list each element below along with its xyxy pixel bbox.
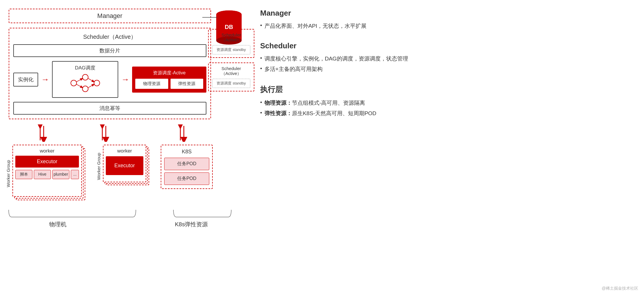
resource-active-title: 资源调度-Active xyxy=(135,70,203,76)
svg-line-10 xyxy=(76,78,83,82)
worker-group-2-vert-label: Worker Group xyxy=(96,153,101,180)
manager-section: Manager • 产品化界面、对外API，无状态，水平扩展 xyxy=(260,9,632,30)
physical-resource-item: 物理资源 xyxy=(135,78,168,89)
resource-active-box: 资源调度-Active 物理资源 弹性资源 xyxy=(132,67,206,93)
plugin-hive: Hive xyxy=(34,170,51,179)
dag-graph xyxy=(68,73,103,93)
exec-bullet1-rest: 节点组模式-高可用、资源隔离 xyxy=(292,100,365,106)
exec-bullet2-bold: 弹性资源： xyxy=(264,110,292,116)
svg-line-11 xyxy=(76,84,83,88)
executor-label-1: Executor xyxy=(18,159,77,165)
k8s-title: K8S xyxy=(164,149,209,155)
scheduler-section-title: Scheduler xyxy=(260,41,632,50)
executor-box-1: Executor xyxy=(15,156,79,168)
scheduler-section: Scheduler • 调度核心引擎，实例化，DAG的调度，资源调度，状态管理 … xyxy=(260,41,632,73)
worker-group-1-vert-label: Worker Group xyxy=(6,160,11,187)
standby2-inner: 资源调度 standby xyxy=(212,79,250,88)
manager-db-line xyxy=(202,14,220,20)
worker-group-1-wrap: Worker Group worker Executor 脚本 xyxy=(6,145,88,203)
dag-box: DAG调度 xyxy=(52,61,118,98)
brace-phys xyxy=(6,208,139,220)
pod-item-1: 任务POD xyxy=(164,158,209,170)
msg-queue-box: 消息幂等 xyxy=(13,102,206,115)
worker-group-2-outer: worker Executor xyxy=(103,145,146,182)
brace-k8s xyxy=(171,208,234,220)
arrow2: → xyxy=(121,75,129,84)
instantiate-box: 实例化 xyxy=(13,73,38,87)
plugins-row-1: 脚本 Hive plumber ... xyxy=(15,170,79,179)
standby1-inner: 资源调度 standby xyxy=(212,45,250,54)
down-arrow-1 xyxy=(36,124,48,142)
k8s-box: K8S 任务POD 任务POD xyxy=(161,145,213,189)
worker-label-2: worker xyxy=(106,148,143,154)
plugin-script: 脚本 xyxy=(15,170,32,179)
label-phys: 物理机 xyxy=(49,220,66,228)
manager-bullet-1: • 产品化界面、对外API，无状态，水平扩展 xyxy=(260,22,632,30)
manager-section-title: Manager xyxy=(260,9,632,18)
svg-line-12 xyxy=(88,78,94,82)
exec-bullet1-bold: 物理资源： xyxy=(264,100,292,106)
execution-title: 执行层 xyxy=(260,84,632,95)
execution-bullet-1: • 物理资源：节点组模式-高可用、资源隔离 xyxy=(260,99,632,107)
svg-point-9 xyxy=(94,80,100,86)
svg-point-8 xyxy=(82,86,88,92)
right-panel: Manager • 产品化界面、对外API，无状态，水平扩展 Scheduler… xyxy=(249,0,644,294)
worker-label-1: worker xyxy=(15,148,79,154)
svg-point-7 xyxy=(82,74,88,80)
dag-title: DAG调度 xyxy=(57,65,114,71)
scheduler-standby-box-1: Scheduler（Active） 资源调度 standby xyxy=(208,29,254,58)
watermark: @稀土掘金技术社区 xyxy=(602,286,638,291)
scheduler-bullet-2: • 多活+主备的高可用架构 xyxy=(260,65,632,73)
svg-point-6 xyxy=(71,80,77,86)
elastic-resource-item: 弹性资源 xyxy=(170,78,203,89)
bottom-section: Worker Group worker Executor 脚本 xyxy=(6,145,213,203)
arrow1: → xyxy=(41,75,49,84)
scheduler-main-title: Scheduler（Active） xyxy=(13,33,206,41)
pod-item-2: 任务POD xyxy=(164,172,209,185)
plugin-plumber: plumber xyxy=(52,170,69,179)
standby1-title: Scheduler（Active） xyxy=(212,32,250,43)
exec-bullet2-rest: 原生K8S-天然高可用、短周期POD xyxy=(292,110,376,116)
standby2-title: Scheduler（Active） xyxy=(212,66,250,76)
svg-line-13 xyxy=(88,84,94,88)
svg-point-3 xyxy=(216,10,242,19)
scheduler-main-box: Scheduler（Active） 数据分片 实例化 → DAG调度 xyxy=(9,28,211,119)
data-shard-box: 数据分片 xyxy=(13,44,206,57)
manager-box: Manager xyxy=(9,9,211,23)
worker-group-2-wrap: Worker Group worker Executor xyxy=(96,145,152,188)
execution-section: 执行层 • 物理资源：节点组模式-高可用、资源隔离 • 弹性资源：原生K8S-天… xyxy=(260,84,632,117)
scheduler-bullet-1: • 调度核心引擎，实例化，DAG的调度，资源调度，状态管理 xyxy=(260,55,632,63)
executor-box-2: Executor xyxy=(106,156,143,175)
execution-bullet-2: • 弹性资源：原生K8S-天然高可用、短周期POD xyxy=(260,110,632,117)
scheduler-standby-col: Scheduler（Active） 资源调度 standby Scheduler… xyxy=(208,29,254,91)
down-arrow-2 xyxy=(98,124,110,142)
manager-label: Manager xyxy=(97,12,123,19)
label-k8s: K8s弹性资源 xyxy=(175,220,208,228)
down-arrow-3 xyxy=(176,124,188,142)
plugin-dots: ... xyxy=(71,170,79,179)
scheduler-standby-box-2: Scheduler（Active） 资源调度 standby xyxy=(208,63,254,91)
worker-group-1-outer: worker Executor 脚本 Hive xyxy=(12,145,82,197)
executor-label-2: Executor xyxy=(108,163,141,169)
